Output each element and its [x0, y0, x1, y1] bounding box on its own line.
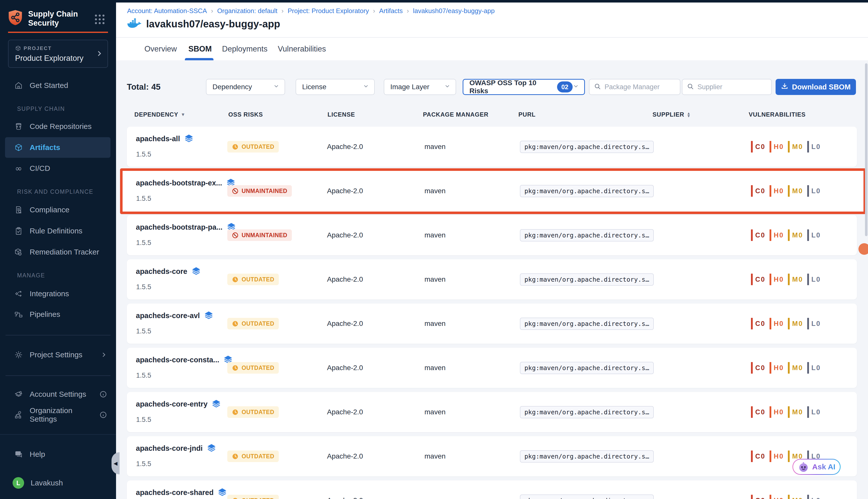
license-value: Apache-2.0 — [327, 362, 363, 374]
oss-risk-badge: OUTDATED — [227, 318, 279, 329]
sidebar-item-integrations[interactable]: Integrations — [5, 285, 111, 303]
purl-value[interactable]: pkg:maven/org.apache.directory.s… — [520, 362, 654, 374]
sidebar-item-code-repositories[interactable]: Code Repositories — [5, 117, 111, 135]
dependency-name[interactable]: apacheds-core-entry — [136, 399, 222, 410]
vuln-count-M: M0 — [788, 229, 803, 241]
table-row[interactable]: apacheds-bootstrap-pa... 1.5.5 UNMAINTAI… — [116, 215, 868, 255]
sidebar-item-get-started[interactable]: Get Started — [5, 76, 111, 95]
purl-value[interactable]: pkg:maven/org.apache.directory.s… — [520, 495, 654, 499]
oss-risk-badge: OUTDATED — [227, 495, 279, 499]
layers-icon — [191, 266, 201, 277]
dependency-name[interactable]: apacheds-core-shared — [136, 487, 227, 498]
sidebar-item-artifacts[interactable]: Artifacts — [5, 137, 111, 158]
sidebar-bottom-panel: ? Help L Lavakush — [0, 434, 116, 499]
dependency-name[interactable]: apacheds-core-consta... — [136, 354, 233, 365]
vuln-count-L: L0 — [807, 362, 821, 374]
dependency-name[interactable]: apacheds-core — [136, 266, 201, 277]
sidebar-section-supply-chain: SUPPLY CHAIN — [17, 106, 65, 113]
account-layers-icon — [14, 390, 23, 399]
sidebar-item-organization-settings[interactable]: Organization Settings — [5, 406, 111, 424]
vuln-count-M: M0 — [788, 362, 803, 374]
user-menu[interactable]: L Lavakush — [5, 474, 111, 492]
scrollbar-thumb[interactable] — [865, 63, 868, 236]
pipelines-icon — [14, 310, 23, 319]
project-label: PROJECT — [24, 46, 52, 51]
package-manager-value: maven — [424, 229, 446, 241]
app-title: Supply Chain Security — [28, 10, 83, 28]
table-row[interactable]: apacheds-core-shared 1.5.5 OUTDATED Apac… — [116, 480, 868, 499]
notification-dot[interactable] — [858, 243, 868, 255]
sidebar-item-project-settings[interactable]: Project Settings — [5, 346, 111, 364]
dependency-name[interactable]: apacheds-core-jndi — [136, 443, 217, 454]
dependency-name[interactable]: apacheds-core-avl — [136, 310, 214, 321]
dependency-version: 1.5.5 — [136, 415, 151, 425]
app-switcher-icon[interactable] — [95, 15, 105, 25]
dependency-version: 1.5.5 — [136, 282, 151, 292]
vulnerability-counts: C0H0M0L0 — [751, 185, 821, 197]
vuln-count-H: H0 — [770, 451, 784, 462]
clipboard-check-icon — [14, 227, 23, 235]
oss-risk-badge: OUTDATED — [227, 451, 279, 462]
table-row[interactable]: apacheds-bootstrap-ex... 1.5.5 UNMAINTAI… — [116, 171, 868, 211]
table-row[interactable]: apacheds-core-entry 1.5.5 OUTDATED Apach… — [116, 392, 868, 432]
ask-ai-button[interactable]: Ask AI — [792, 459, 841, 475]
package-manager-value: maven — [424, 451, 446, 462]
vuln-count-C: C0 — [751, 141, 766, 153]
project-selector[interactable]: PROJECT Product Exploratory — [8, 40, 108, 68]
supply-chain-security-logo-icon — [8, 10, 23, 26]
artifacts-cube-icon — [14, 143, 23, 152]
package-manager-value: maven — [424, 318, 446, 329]
purl-value[interactable]: pkg:maven/org.apache.directory.s… — [520, 406, 654, 418]
compliance-document-icon — [14, 205, 23, 214]
license-value: Apache-2.0 — [327, 185, 363, 197]
dependency-version: 1.5.5 — [136, 238, 151, 248]
sidebar-item-compliance[interactable]: Compliance — [5, 201, 111, 219]
license-value: Apache-2.0 — [327, 451, 363, 462]
license-value: Apache-2.0 — [327, 318, 363, 329]
sidebar-item-rule-definitions[interactable]: Rule Definitions — [5, 222, 111, 240]
table-row[interactable]: apacheds-core-consta... 1.5.5 OUTDATED A… — [116, 348, 868, 388]
dependency-version: 1.5.5 — [136, 194, 151, 204]
vuln-count-L: L0 — [807, 273, 821, 285]
layers-icon — [206, 443, 217, 453]
vuln-count-M: M0 — [788, 406, 803, 418]
sidebar-item-help[interactable]: ? Help — [5, 445, 111, 463]
vuln-count-C: C0 — [751, 495, 766, 499]
code-repository-icon — [14, 122, 23, 131]
table-row[interactable]: apacheds-core-avl 1.5.5 OUTDATED Apache-… — [116, 304, 868, 344]
oss-risk-badge: OUTDATED — [227, 406, 279, 418]
license-value: Apache-2.0 — [327, 406, 363, 418]
purl-value[interactable]: pkg:maven/org.apache.directory.s… — [520, 229, 654, 241]
purl-value[interactable]: pkg:maven/org.apache.directory.s… — [520, 185, 654, 197]
sidebar-item-pipelines[interactable]: Pipelines — [5, 305, 111, 324]
purl-value[interactable]: pkg:maven/org.apache.directory.s… — [520, 141, 654, 153]
organization-icon — [14, 410, 23, 419]
license-value: Apache-2.0 — [327, 229, 363, 241]
sidebar-item-account-settings[interactable]: Account Settings — [5, 385, 111, 403]
vuln-count-L: L0 — [807, 406, 821, 418]
purl-value[interactable]: pkg:maven/org.apache.directory.s… — [520, 273, 654, 285]
purl-value[interactable]: pkg:maven/org.apache.directory.s… — [520, 451, 654, 462]
dependency-name[interactable]: apacheds-bootstrap-ex... — [136, 178, 236, 188]
vuln-count-C: C0 — [751, 406, 766, 418]
dependency-name[interactable]: apacheds-bootstrap-pa... — [136, 222, 237, 233]
app-root: Supply Chain Security PROJECT Product Ex… — [0, 0, 868, 499]
oss-risk-badge: OUTDATED — [227, 141, 279, 153]
dependency-name[interactable]: apacheds-all — [136, 133, 194, 144]
package-manager-value: maven — [424, 141, 446, 153]
layers-icon — [211, 399, 222, 409]
table-row[interactable]: apacheds-core-jndi 1.5.5 OUTDATED Apache… — [116, 436, 868, 476]
remediation-box-icon — [14, 247, 23, 257]
sidebar-item-remediation-tracker[interactable]: Remediation Tracker — [5, 243, 111, 261]
dependency-version: 1.5.5 — [136, 370, 151, 380]
sidebar-divider — [5, 375, 111, 376]
table-row[interactable]: apacheds-all 1.5.5 OUTDATED Apache-2.0 m… — [116, 126, 868, 167]
license-value: Apache-2.0 — [327, 273, 363, 285]
license-value: Apache-2.0 — [327, 141, 363, 153]
sidebar-item-cicd[interactable]: ∞ CI/CD — [5, 159, 111, 178]
purl-value[interactable]: pkg:maven/org.apache.directory.s… — [520, 318, 654, 329]
vulnerability-counts: C0H0M0L0 — [751, 229, 821, 241]
table-row[interactable]: apacheds-core 1.5.5 OUTDATED Apache-2.0 … — [116, 259, 868, 300]
vuln-count-H: H0 — [770, 362, 784, 374]
info-icon — [99, 390, 107, 398]
